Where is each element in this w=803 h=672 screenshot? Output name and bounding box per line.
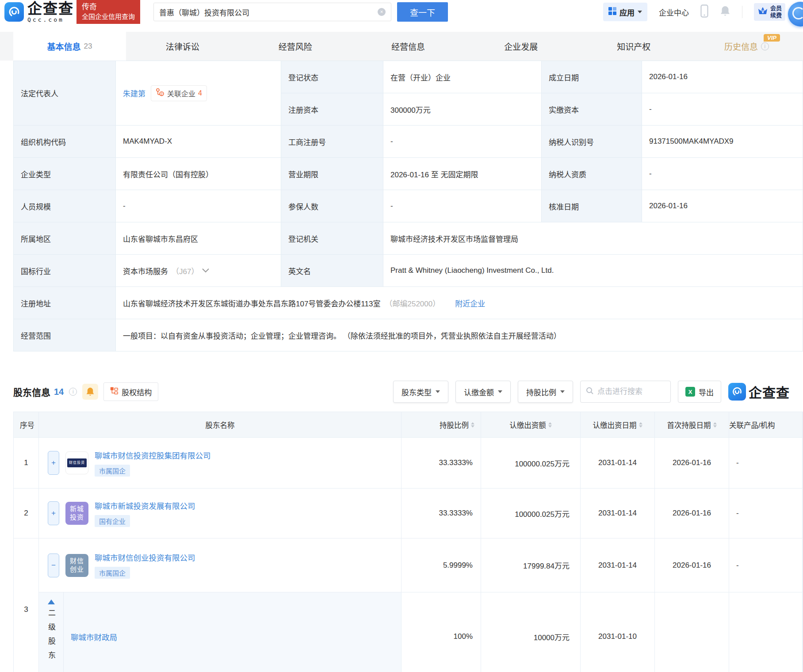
related-cell: - [729,489,803,538]
basic-info-table: 法定代表人 朱建第 企 关联企业 4 登记状态 在营（开业）企业 成立日期 20… [13,61,803,351]
vip-renew-button[interactable]: V 会员 续费 [754,3,785,21]
related-companies-button[interactable]: 企 关联企业 4 [151,85,207,101]
tab-enterprise-development[interactable]: 企业发展 [465,32,577,61]
sort-icon[interactable] [548,422,552,428]
col-name: 股东名称 [39,412,402,438]
tab-label: 经营风险 [279,40,312,52]
industry-value-cell: 资本市场服务 （J67） [116,255,281,287]
search-button[interactable]: 查一下 [397,2,448,22]
notification-bell-icon[interactable] [720,5,730,19]
first-date-cell: 2026-01-16 [655,438,729,489]
related-cell-empty [729,592,803,672]
filter-shareholder-type[interactable]: 股东类型 [393,381,448,403]
sort-icon[interactable] [471,422,474,428]
taxpayer-qual-label: 纳税人资质 [542,158,642,190]
nearby-companies-link[interactable]: 附近企业 [455,298,485,309]
est-date-label: 成立日期 [542,61,642,93]
shareholder-name-link[interactable]: 聊城市财信投资控股集团有限公司 [95,450,211,461]
ratio-cell: 33.3333% [402,489,481,538]
tab-basic-info[interactable]: 基本信息 23 [13,32,126,61]
legal-rep-link[interactable]: 朱建第 [123,88,145,99]
biz-reg-no-label: 工商注册号 [281,126,383,158]
tab-legal-litigation[interactable]: 法律诉讼 [126,32,239,61]
sort-icon[interactable] [713,422,717,428]
first-date-cell-empty [655,592,729,672]
col-related: 关联产品/机构 [729,412,803,438]
first-date-cell: 2026-01-16 [655,538,729,592]
chevron-down-icon [436,390,440,393]
mobile-app-icon[interactable] [700,4,708,19]
slogan-line2: 全国企业信用查询 [82,12,135,21]
filter-label: 持股比例 [526,386,556,397]
col-first-date[interactable]: 首次持股日期 [655,412,729,438]
company-tabs: 基本信息 23 法律诉讼 经营风险 经营信息 企业发展 知识产权 VIP 历史信… [0,32,803,61]
tab-operating-info[interactable]: 经营信息 [352,32,464,61]
related-cell: - [729,438,803,489]
equity-structure-label: 股权结构 [122,386,152,397]
shareholder-search-box[interactable] [580,381,671,403]
filter-label: 股东类型 [402,386,432,397]
sub-date-cell: 2031-01-10 [581,592,655,672]
search-input[interactable] [159,8,378,16]
shareholder-tag: 市属国企 [95,567,130,579]
filter-holding-ratio[interactable]: 持股比例 [518,381,573,403]
export-button[interactable]: X 导出 [678,381,721,403]
en-name-label: 英文名 [281,255,383,287]
qcc-logo[interactable]: 企查查 Qcc.com [4,1,74,23]
biz-reg-no-value: - [383,126,542,158]
company-type-value: 有限责任公司（国有控股） [116,158,281,190]
chevron-down-icon[interactable] [202,266,209,275]
taxpayer-id-value: 91371500MAK4MYADX9 [642,126,803,158]
col-seq: 序号 [14,412,39,438]
approval-date-label: 核准日期 [542,190,642,222]
shareholder-name-link[interactable]: 聊城市财信创业投资有限公司 [95,552,195,563]
sub-shareholder-name-link[interactable]: 聊城市财政局 [71,631,117,642]
tab-label: 法律诉讼 [166,40,199,52]
shareholder-name-link[interactable]: 聊城市新城投资发展有限公司 [95,500,195,511]
tab-history-info[interactable]: VIP 历史信息 i [690,32,803,61]
region-label: 所属地区 [14,222,116,255]
address-cell: 山东省聊城经济技术开发区东城街道办事处东昌东路107号管委会办公楼113室 （邮… [116,287,803,319]
filter-subscribed-amount[interactable]: 认缴金额 [455,381,511,403]
collapse-triangle-icon[interactable] [48,599,55,604]
info-icon[interactable]: i [69,388,77,396]
collapse-button[interactable]: − [48,554,59,577]
related-companies-label: 关联企业 [167,88,195,99]
company-search-box[interactable]: × [153,3,391,21]
sub-date-cell: 2031-01-14 [581,438,655,489]
industry-label: 国标行业 [14,255,116,287]
approval-date-value: 2026-01-16 [642,190,803,222]
col-amount[interactable]: 认缴出资额 [481,412,581,438]
equity-structure-button[interactable]: 股权结构 [103,382,158,401]
monitor-bell-button[interactable] [82,384,98,400]
equity-structure-icon [110,387,118,397]
vip-badge: VIP [764,34,780,42]
brand-domain: Qcc.com [27,17,74,23]
shareholder-tag: 国有企业 [95,515,130,527]
vip-label-line2: 续费 [770,12,782,19]
expand-button[interactable]: + [48,451,59,475]
apps-menu-button[interactable]: 应用 [603,3,647,21]
row-seq: 3 [14,538,39,672]
apps-grid-icon [608,7,616,17]
reg-authority-label: 登记机关 [281,222,383,255]
col-ratio[interactable]: 持股比例 [402,412,481,438]
col-sub-date[interactable]: 认缴出资日期 [581,412,655,438]
enterprise-center-link[interactable]: 企业中心 [659,7,689,18]
info-icon[interactable]: i [761,42,769,50]
sort-icon[interactable] [639,422,642,428]
shareholder-search-input[interactable] [597,387,665,396]
brand-name: 企查查 [27,1,74,16]
row-seq: 1 [14,438,39,489]
clear-search-icon[interactable]: × [378,8,386,16]
tab-operating-risk[interactable]: 经营风险 [239,32,352,61]
biz-term-label: 营业期限 [281,158,383,190]
tab-label: 基本信息 [47,40,81,52]
paid-capital-label: 实缴资本 [542,93,642,126]
chevron-down-icon [560,390,565,393]
tab-intellectual-property[interactable]: 知识产权 [577,32,690,61]
reg-capital-label: 注册资本 [281,93,383,126]
crown-icon: V [757,6,768,18]
tab-label: 经营信息 [391,40,425,52]
expand-button[interactable]: + [48,501,59,525]
